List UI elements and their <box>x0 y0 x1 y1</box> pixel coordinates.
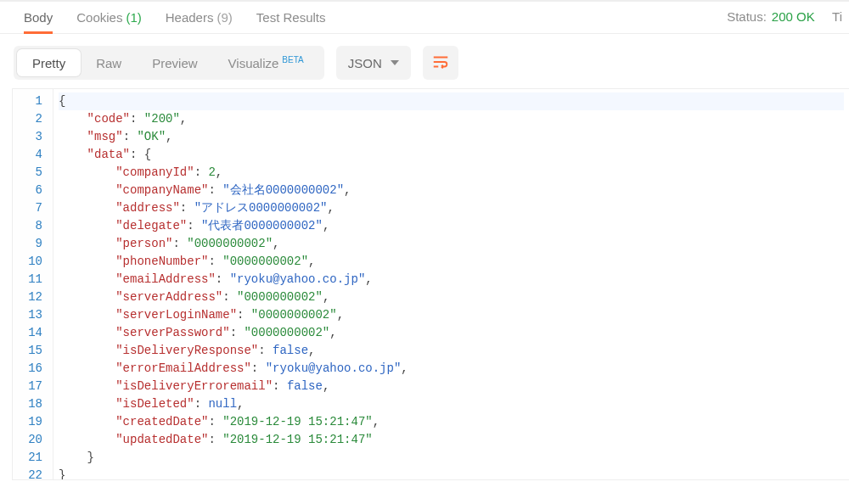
wrap-lines-button[interactable] <box>423 46 458 80</box>
view-mode-preview[interactable]: Preview <box>137 46 212 80</box>
code-line: "updatedDate": "2019-12-19 15:21:47" <box>59 431 844 449</box>
view-mode-visualize[interactable]: Visualize BETA <box>213 46 319 80</box>
code-line: "msg": "OK", <box>59 128 844 146</box>
status-trailing: Ti <box>832 9 842 24</box>
code-line: "code": "200", <box>59 110 844 128</box>
line-number: 15 <box>20 342 42 360</box>
line-number: 19 <box>20 413 42 431</box>
format-selected: JSON <box>348 56 382 70</box>
headers-count: (9) <box>216 10 232 25</box>
line-number: 20 <box>20 431 42 449</box>
status-value: 200 OK <box>772 9 815 24</box>
code-line: "person": "0000000002", <box>59 235 844 253</box>
code-content[interactable]: { "code": "200", "msg": "OK", "data": { … <box>53 89 849 479</box>
tab-headers[interactable]: Headers (9) <box>154 2 245 33</box>
code-line: "emailAddress": "ryoku@yahoo.co.jp", <box>59 271 844 288</box>
code-line: "isDeliveryErroremail": false, <box>59 378 844 395</box>
wrap-lines-icon <box>431 53 450 74</box>
json-viewer[interactable]: 12345678910111213141516171819202122 { "c… <box>12 88 849 480</box>
line-number: 14 <box>20 324 42 342</box>
format-dropdown[interactable]: JSON <box>336 46 411 80</box>
view-mode-group: Pretty Raw Preview Visualize BETA <box>14 46 324 80</box>
line-number: 21 <box>20 449 42 467</box>
code-line: "isDeliveryResponse": false, <box>59 342 844 360</box>
tab-test-results[interactable]: Test Results <box>245 2 338 33</box>
code-line: "serverPassword": "0000000002", <box>59 324 844 342</box>
line-number: 17 <box>20 378 42 395</box>
pretty-label: Pretty <box>32 56 65 70</box>
visualize-beta-badge: BETA <box>282 55 303 64</box>
line-number: 6 <box>20 182 42 199</box>
line-number: 10 <box>20 253 42 271</box>
code-line: "data": { <box>59 146 844 164</box>
preview-label: Preview <box>152 56 197 70</box>
line-number: 3 <box>20 128 42 146</box>
code-line: } <box>59 467 844 480</box>
line-number: 22 <box>20 467 42 480</box>
raw-label: Raw <box>96 56 121 70</box>
line-number: 12 <box>20 288 42 306</box>
body-toolbar: Pretty Raw Preview Visualize BETA JSON <box>0 34 849 88</box>
code-line: "isDeleted": null, <box>59 395 844 413</box>
chevron-down-icon <box>391 60 399 65</box>
code-line: "delegate": "代表者0000000002", <box>59 217 844 235</box>
line-number: 2 <box>20 110 42 128</box>
code-line: "address": "アドレス0000000002", <box>59 199 844 217</box>
visualize-label: Visualize <box>228 56 279 70</box>
line-number: 1 <box>20 92 42 110</box>
line-number: 4 <box>20 146 42 164</box>
line-number: 7 <box>20 199 42 217</box>
code-line: "serverAddress": "0000000002", <box>59 288 844 306</box>
view-mode-raw[interactable]: Raw <box>81 46 137 80</box>
response-tabs: Body Cookies (1) Headers (9) Test Result… <box>0 2 849 34</box>
code-line: "phoneNumber": "0000000002", <box>59 253 844 271</box>
view-mode-pretty[interactable]: Pretty <box>17 49 81 76</box>
response-status: Status: 200 OK Ti <box>727 9 842 24</box>
tab-body-label: Body <box>24 10 53 25</box>
line-number: 5 <box>20 164 42 182</box>
line-number: 13 <box>20 306 42 324</box>
code-line: { <box>59 92 844 110</box>
code-line: "companyId": 2, <box>59 164 844 182</box>
line-number: 8 <box>20 217 42 235</box>
line-gutter: 12345678910111213141516171819202122 <box>13 89 53 479</box>
code-line: "errorEmailAddress": "ryoku@yahoo.co.jp"… <box>59 360 844 378</box>
code-line: } <box>59 449 844 467</box>
line-number: 18 <box>20 395 42 413</box>
tab-body[interactable]: Body <box>12 2 65 33</box>
response-panel: Body Cookies (1) Headers (9) Test Result… <box>0 0 849 504</box>
line-number: 11 <box>20 271 42 288</box>
tab-headers-label: Headers <box>166 10 214 25</box>
tab-cookies-label: Cookies <box>76 10 122 25</box>
status-label: Status: <box>727 9 767 24</box>
code-line: "createdDate": "2019-12-19 15:21:47", <box>59 413 844 431</box>
code-line: "serverLoginName": "0000000002", <box>59 306 844 324</box>
cookies-count: (1) <box>126 10 141 25</box>
code-line: "companyName": "会社名0000000002", <box>59 182 844 199</box>
tab-test-results-label: Test Results <box>256 10 326 25</box>
tab-cookies[interactable]: Cookies (1) <box>65 2 154 33</box>
line-number: 9 <box>20 235 42 253</box>
line-number: 16 <box>20 360 42 378</box>
